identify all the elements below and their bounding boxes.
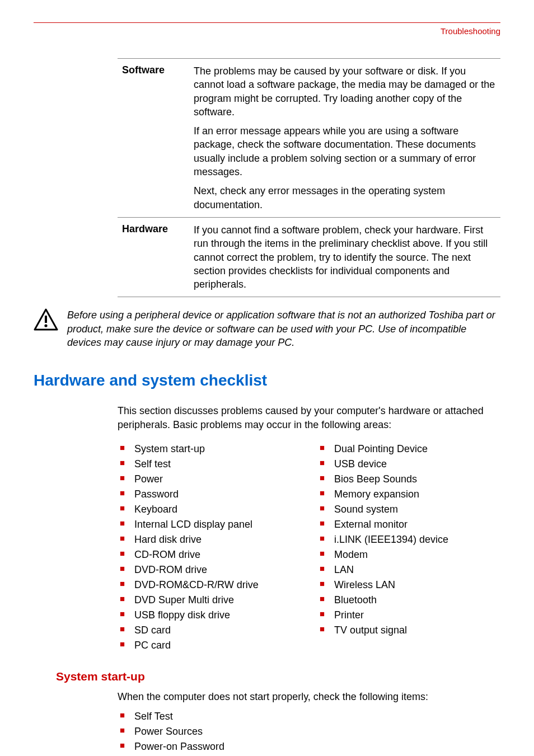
list-item: Power	[118, 472, 301, 487]
list-item: Memory expansion	[317, 487, 500, 502]
list-item: Internal LCD display panel	[118, 517, 301, 532]
row-label-software: Software	[118, 59, 190, 217]
list-item: System start-up	[118, 442, 301, 457]
list-item: DVD-ROM drive	[118, 562, 301, 577]
list-item: USB device	[317, 457, 500, 472]
list-item: Dual Pointing Device	[317, 442, 500, 457]
table-row: Software The problems may be caused by y…	[118, 59, 500, 218]
para: If an error message appears while you ar…	[194, 124, 496, 179]
row-body-hardware: If you cannot find a software problem, c…	[190, 218, 500, 297]
checklist-columns: System start-up Self test Power Password…	[118, 442, 500, 653]
list-item: DVD Super Multi drive	[118, 593, 301, 608]
list-item: Printer	[317, 608, 500, 623]
list-item: Hard disk drive	[118, 532, 301, 547]
svg-rect-1	[45, 316, 47, 323]
table-row: Hardware If you cannot find a software p…	[118, 218, 500, 297]
list-item: Power-on Password	[118, 739, 500, 754]
list-item: Wireless LAN	[317, 577, 500, 593]
list-item: CD-ROM drive	[118, 547, 301, 562]
caution-note: Before using a peripheral device or appl…	[34, 308, 500, 349]
list-item: DVD-ROM&CD-R/RW drive	[118, 577, 301, 593]
startup-checklist: Self Test Power Sources Power-on Passwor…	[118, 709, 500, 754]
warning-icon	[34, 308, 62, 333]
caution-text: Before using a peripheral device or appl…	[62, 308, 500, 349]
checklist-col1: System start-up Self test Power Password…	[118, 442, 301, 653]
row-label-hardware: Hardware	[118, 218, 190, 297]
list-item: LAN	[317, 562, 500, 577]
list-item: PC card	[118, 638, 301, 653]
list-item: Modem	[317, 547, 500, 562]
para: Next, check any error messages in the op…	[194, 184, 496, 212]
list-item: Keyboard	[118, 502, 301, 517]
list-item: External monitor	[317, 517, 500, 532]
subsection-heading: System start-up	[56, 670, 500, 683]
para: The problems may be caused by your softw…	[194, 64, 496, 119]
section-heading: Hardware and system checklist	[34, 372, 500, 389]
svg-point-2	[44, 325, 47, 327]
list-item: SD card	[118, 623, 301, 638]
checklist-col2: Dual Pointing Device USB device Bios Bee…	[317, 442, 500, 638]
list-item: Self Test	[118, 709, 500, 724]
para: If you cannot find a software problem, c…	[194, 223, 496, 291]
row-body-software: The problems may be caused by your softw…	[190, 59, 500, 217]
section-intro: This section discusses problems caused b…	[118, 404, 500, 431]
list-item: Self test	[118, 457, 301, 472]
list-item: Bios Beep Sounds	[317, 472, 500, 487]
problem-table: Software The problems may be caused by y…	[118, 58, 500, 297]
list-item: Sound system	[317, 502, 500, 517]
header-section-title: Troubleshooting	[34, 26, 500, 36]
list-item: TV output signal	[317, 623, 500, 638]
list-item: i.LINK (IEEE1394) device	[317, 532, 500, 547]
list-item: USB floppy disk drive	[118, 608, 301, 623]
subsection-intro: When the computer does not start properl…	[118, 690, 500, 703]
list-item: Bluetooth	[317, 593, 500, 608]
list-item: Password	[118, 487, 301, 502]
list-item: Power Sources	[118, 724, 500, 739]
